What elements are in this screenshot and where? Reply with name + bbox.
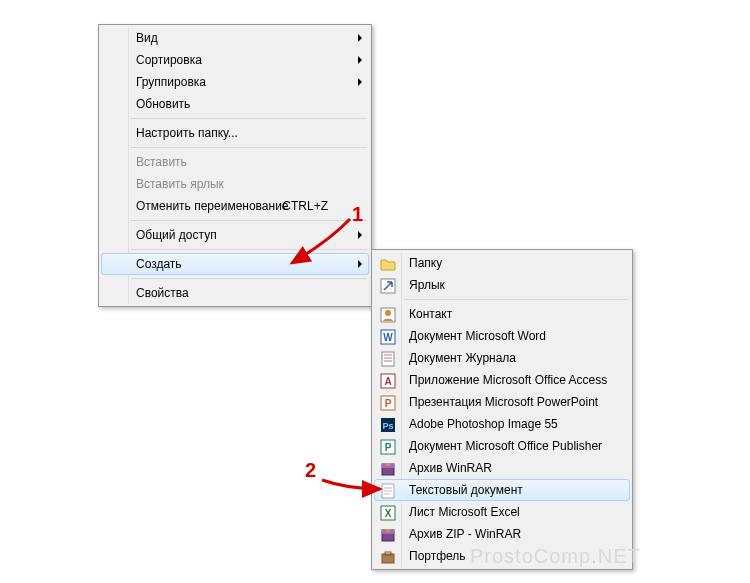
journal-icon (379, 350, 397, 368)
mainMenu-item[interactable]: Сортировка (101, 49, 369, 71)
contact-icon (379, 306, 397, 324)
winrar-icon (379, 460, 397, 478)
mainMenu-item[interactable]: Отменить переименованиеCTRL+Z (101, 195, 369, 217)
menu-item-label: Архив ZIP - WinRAR (409, 527, 521, 541)
menu-item-label: Группировка (136, 75, 206, 89)
svg-rect-5 (382, 352, 394, 366)
subMenu-item[interactable]: PsAdobe Photoshop Image 55 (374, 413, 630, 435)
menu-item-label: Документ Microsoft Word (409, 329, 546, 343)
svg-text:P: P (385, 442, 392, 453)
svg-text:X: X (385, 508, 392, 519)
publisher-icon: P (379, 438, 397, 456)
winrar-icon (379, 526, 397, 544)
menu-item-label: Вид (136, 31, 158, 45)
mainMenu-item: Вставить ярлык (101, 173, 369, 195)
menu-item-label: Документ Журнала (409, 351, 516, 365)
svg-text:P: P (385, 398, 392, 409)
menu-item-label: Текстовый документ (409, 483, 523, 497)
menu-item-label: Приложение Microsoft Office Access (409, 373, 607, 387)
submenu-arrow-icon (358, 78, 362, 86)
menu-separator (131, 249, 367, 250)
menu-item-label: Adobe Photoshop Image 55 (409, 417, 558, 431)
subMenu-item[interactable]: XЛист Microsoft Excel (374, 501, 630, 523)
powerpoint-icon: P (379, 394, 397, 412)
menu-item-label: Создать (136, 257, 182, 271)
annotation-number-1: 1 (352, 203, 363, 226)
menu-separator (131, 118, 367, 119)
annotation-number-2: 2 (305, 459, 316, 482)
folder-icon (379, 255, 397, 273)
menu-item-label: Сортировка (136, 53, 202, 67)
menu-item-label: Портфель (409, 549, 466, 563)
context-menu-main: ВидСортировкаГруппировкаОбновитьНастроит… (98, 24, 372, 307)
photoshop-icon: Ps (379, 416, 397, 434)
menu-separator (131, 147, 367, 148)
menu-separator (131, 278, 367, 279)
subMenu-item[interactable]: PДокумент Microsoft Office Publisher (374, 435, 630, 457)
subMenu-item[interactable]: Ярлык (374, 274, 630, 296)
context-menu-create: ПапкуЯрлыкКонтактWДокумент Microsoft Wor… (371, 249, 633, 570)
mainMenu-item[interactable]: Создать (101, 253, 369, 275)
menu-item-label: Свойства (136, 286, 189, 300)
svg-rect-16 (386, 463, 390, 466)
access-icon: A (379, 372, 397, 390)
menu-item-label: Документ Microsoft Office Publisher (409, 439, 602, 453)
menu-item-label: Вставить (136, 155, 187, 169)
watermark-text: NET (598, 545, 641, 567)
subMenu-item[interactable]: AПриложение Microsoft Office Access (374, 369, 630, 391)
mainMenu-item: Вставить (101, 151, 369, 173)
mainMenu-item[interactable]: Вид (101, 27, 369, 49)
subMenu-item[interactable]: Документ Журнала (374, 347, 630, 369)
svg-point-2 (385, 310, 391, 316)
subMenu-item[interactable]: PПрезентация Microsoft PowerPoint (374, 391, 630, 413)
menu-item-label: Ярлык (409, 278, 445, 292)
mainMenu-item[interactable]: Обновить (101, 93, 369, 115)
menu-item-label: Архив WinRAR (409, 461, 492, 475)
mainMenu-item[interactable]: Общий доступ (101, 224, 369, 246)
svg-text:W: W (383, 332, 393, 343)
mainMenu-item[interactable]: Настроить папку... (101, 122, 369, 144)
submenu-arrow-icon (358, 231, 362, 239)
watermark: ProstoComp.NET (470, 545, 641, 568)
menu-separator (131, 220, 367, 221)
subMenu-item[interactable]: Контакт (374, 303, 630, 325)
menu-item-label: Лист Microsoft Excel (409, 505, 520, 519)
excel-icon: X (379, 504, 397, 522)
menu-item-label: Обновить (136, 97, 190, 111)
subMenu-item[interactable]: Текстовый документ (374, 479, 630, 501)
submenu-arrow-icon (358, 56, 362, 64)
mainMenu-item[interactable]: Свойства (101, 282, 369, 304)
word-icon: W (379, 328, 397, 346)
menu-item-label: Настроить папку... (136, 126, 238, 140)
menu-item-label: Отменить переименование (136, 199, 289, 213)
menu-item-shortcut: CTRL+Z (282, 199, 328, 213)
briefcase-icon (379, 548, 397, 566)
menu-item-label: Вставить ярлык (136, 177, 224, 191)
svg-text:A: A (384, 376, 391, 387)
svg-text:Ps: Ps (382, 421, 393, 431)
subMenu-item[interactable]: WДокумент Microsoft Word (374, 325, 630, 347)
menu-item-label: Папку (409, 256, 442, 270)
menu-separator (404, 299, 628, 300)
subMenu-item[interactable]: Папку (374, 252, 630, 274)
submenu-arrow-icon (358, 260, 362, 268)
mainMenu-item[interactable]: Группировка (101, 71, 369, 93)
subMenu-item[interactable]: Архив WinRAR (374, 457, 630, 479)
watermark-text: ProstoComp (470, 545, 591, 567)
text-icon (379, 482, 397, 500)
subMenu-item[interactable]: Архив ZIP - WinRAR (374, 523, 630, 545)
menu-item-label: Общий доступ (136, 228, 217, 242)
shortcut-icon (379, 277, 397, 295)
menu-item-label: Контакт (409, 307, 452, 321)
svg-rect-22 (386, 529, 390, 532)
submenu-arrow-icon (358, 34, 362, 42)
menu-item-label: Презентация Microsoft PowerPoint (409, 395, 598, 409)
